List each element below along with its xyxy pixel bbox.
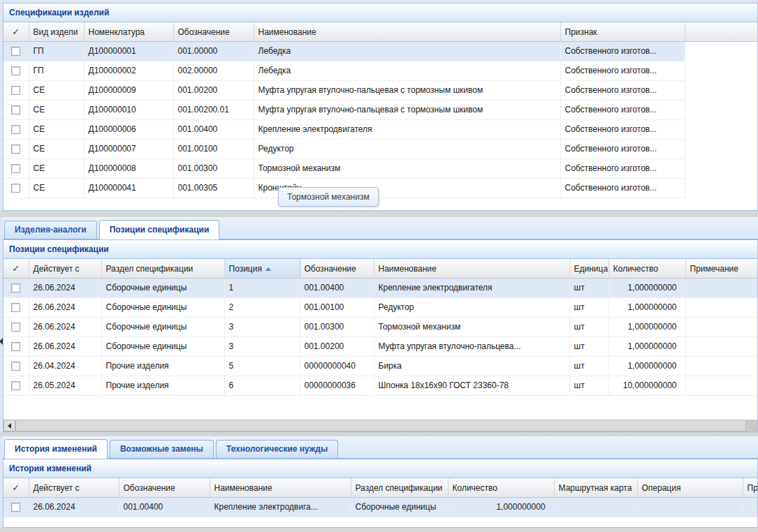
panel-history-header: История изменений [3,459,757,478]
row-checkbox[interactable] [11,105,20,114]
row-checkbox[interactable] [11,503,20,512]
column-header-naimenovanie[interactable]: Наименование [374,259,569,279]
panel-specifications-header: Спецификации изделий [3,3,757,22]
bottom-edge [0,528,758,532]
panel-positions-header: Позиции спецификации [3,240,757,259]
panel-positions-title: Позиции спецификации [9,244,109,254]
row-checkbox[interactable] [11,145,20,154]
column-header-razdel[interactable]: Раздел спецификации [101,259,224,279]
select-all-header[interactable]: ✓ [3,478,29,498]
select-all-header[interactable]: ✓ [3,22,29,42]
table-row[interactable]: 26.06.2024 Сборочные единицы 1 001.00400… [3,279,757,298]
table-row[interactable]: 26.05.2024 Прочие изделия 6 00000000036 … [3,376,757,396]
check-icon: ✓ [12,482,20,493]
positions-table: ✓ Действует с Раздел спецификации Позици… [3,259,758,396]
specifications-header-row: ✓ Вид издели Номенклатура Обозначение На… [3,22,757,42]
row-checkbox[interactable] [11,66,20,75]
column-header-date[interactable]: Действует с [29,478,119,498]
table-row[interactable]: 26.04.2024 Прочие изделия 5 00000000040 … [3,357,757,376]
app-window: Спецификации изделий ✓ Вид издели Номенк… [0,0,758,532]
panel-history-title: История изменений [9,464,92,473]
row-checkbox[interactable] [11,283,20,293]
panel-splitter[interactable] [0,211,758,217]
column-header-pozicija-sorted[interactable]: Позиция [224,259,300,279]
table-row[interactable]: 26.06.2024 001.00400 Крепление электродв… [3,498,757,517]
row-checkbox[interactable] [11,362,20,371]
column-header-primechanie[interactable]: Примечание [685,259,757,279]
select-all-header[interactable]: ✓ [3,259,29,279]
tab-tehnologicheskie-nuzhdy[interactable]: Технологические нужды [216,440,338,458]
column-header-filler [685,22,757,42]
table-row[interactable]: СЕ Д100000008 001.00300 Тормозной механи… [3,159,757,179]
column-header-kolichestvo[interactable]: Количество [608,259,685,279]
tab-bar-bottom: История изменений Возможные замены Техно… [3,436,758,459]
row-checkbox[interactable] [11,47,20,56]
positions-header-row: ✓ Действует с Раздел спецификации Позици… [3,259,757,279]
horizontal-scrollbar[interactable] [3,420,757,431]
focused-cell[interactable]: Д100000001 [84,42,173,61]
row-checkbox[interactable] [11,125,20,134]
panel-positions: Позиции спецификации ✓ Действует с Разде… [3,239,758,432]
table-row[interactable]: 26.06.2024 Сборочные единицы 3 001.00200… [3,337,757,357]
row-checkbox[interactable] [11,184,20,193]
history-table: ✓ Действует с Обозначение Наименование Р… [3,478,758,517]
tab-pozicii-specifikacii[interactable]: Позиции спецификации [99,220,220,239]
column-header-operacija[interactable]: Операция [637,478,743,498]
check-icon: ✓ [12,27,20,37]
tab-izdeliya-analogi[interactable]: Изделия-аналоги [4,221,97,239]
panel-specifications-title: Спецификации изделий [9,8,109,17]
row-checkbox[interactable] [11,323,20,332]
row-checkbox[interactable] [11,303,20,312]
table-row[interactable]: 26.06.2024 Сборочные единицы 2 001.00100… [3,298,757,318]
specifications-table: ✓ Вид издели Номенклатура Обозначение На… [3,22,757,198]
table-row[interactable]: ГП Д100000001 001.00000 Лебедка Собствен… [3,42,757,61]
column-header-vid[interactable]: Вид издели [29,22,84,42]
tab-bar-middle: Изделия-аналоги Позиции спецификации [3,217,758,239]
panel-history: История изменений ✓ Действует с Обозначе… [3,459,758,528]
sort-asc-icon [265,267,271,271]
column-header-naimenovanie[interactable]: Наименование [210,478,351,498]
row-checkbox[interactable] [11,342,20,351]
table-row[interactable]: СЕ Д100000041 001.00305 Кронштейн Собств… [3,179,757,198]
scrollbar-thumb[interactable] [15,420,746,431]
column-header-priznak[interactable]: Признак [560,22,685,42]
row-checkbox[interactable] [11,164,20,173]
row-checkbox[interactable] [11,381,20,390]
row-checkbox[interactable] [11,86,20,95]
table-row[interactable]: СЕ Д100000007 001.00100 Редуктор Собстве… [3,140,757,159]
column-header-razdel[interactable]: Раздел спецификации [351,478,448,498]
scroll-left-icon [8,423,11,429]
table-row[interactable]: СЕ Д100000010 001.00200.01 Муфта упругая… [3,101,757,120]
column-header-oboznachenie[interactable]: Обозначение [173,22,254,42]
scroll-left-button[interactable] [3,420,15,431]
column-header-marshrutnaya-karta[interactable]: Маршрутная карта [554,478,637,498]
column-header-date[interactable]: Действует с [29,259,101,279]
column-header-edinica[interactable]: Единица [569,259,608,279]
column-header-naimenovanie[interactable]: Наименование [254,22,560,42]
tooltip: Тормозной механизм [278,187,379,207]
check-icon: ✓ [12,263,20,274]
history-header-row: ✓ Действует с Обозначение Наименование Р… [3,478,757,498]
table-row[interactable]: 26.06.2024 Сборочные единицы 3 001.00300… [3,318,757,337]
tab-istorija-izmenenij[interactable]: История изменений [4,439,108,459]
tab-vozmozhnye-zameny[interactable]: Возможные замены [110,440,214,458]
column-header-primechanie[interactable]: Прим [743,478,757,498]
column-header-oboznachenie[interactable]: Обозначение [119,478,210,498]
column-header-kolichestvo[interactable]: Количество [448,478,554,498]
column-header-oboznachenie[interactable]: Обозначение [300,259,374,279]
table-row[interactable]: ГП Д100000002 002.00000 Лебедка Собствен… [3,61,757,81]
table-row[interactable]: СЕ Д100000006 001.00400 Крепление электр… [3,120,757,140]
table-row[interactable]: СЕ Д100000009 001.00200 Муфта упругая вт… [3,81,757,101]
column-header-nomenklatura[interactable]: Номенклатура [84,22,173,42]
focused-cell[interactable]: Сборочные единицы [351,498,448,517]
panel-specifications: Спецификации изделий ✓ Вид издели Номенк… [3,3,758,211]
